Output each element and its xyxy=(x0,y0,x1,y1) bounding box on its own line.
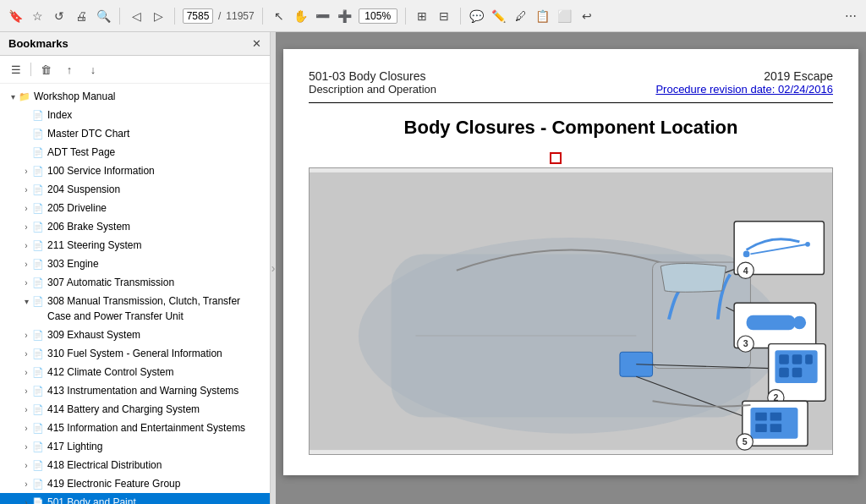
doc-icon-413: 📄 xyxy=(32,383,44,397)
sidebar-move-up-icon[interactable]: ↑ xyxy=(60,60,79,79)
svg-text:4: 4 xyxy=(743,266,748,276)
toggle-419: › xyxy=(20,476,32,489)
zoom-out-icon[interactable]: ➖ xyxy=(315,8,332,25)
toggle-211: › xyxy=(20,238,32,250)
tree-label-308: 308 Manual Transmission, Clutch, Transfe… xyxy=(47,293,265,324)
bookmark-icon[interactable]: 🔖 xyxy=(7,8,24,25)
sidebar-trash-icon[interactable]: 🗑 xyxy=(36,60,55,79)
eraser-icon[interactable]: ⬜ xyxy=(556,8,573,25)
sidebar-move-down-icon[interactable]: ↓ xyxy=(84,60,102,79)
doc-icon-308: 📄 xyxy=(32,293,44,307)
doc-diagram: 4 3 xyxy=(309,167,833,455)
tree-label-309: 309 Exhaust System xyxy=(47,327,265,342)
search-icon[interactable]: 🔍 xyxy=(95,8,112,25)
tree-item-309[interactable]: › 📄 309 Exhaust System xyxy=(0,326,270,344)
zoom-in-icon[interactable]: ➕ xyxy=(337,8,354,25)
doc-icon-master-dtc: 📄 xyxy=(32,126,44,140)
nav-back-icon[interactable]: ◁ xyxy=(128,8,145,25)
tree-item-417[interactable]: › 📄 417 Lighting xyxy=(0,437,270,456)
tree-label-master-dtc: Master DTC Chart xyxy=(47,126,265,141)
more-icon[interactable]: ⋯ xyxy=(842,8,859,25)
sidebar-title: Bookmarks xyxy=(8,37,69,50)
tree-item-303[interactable]: › 📄 303 Engine xyxy=(0,255,270,273)
doc-icon-204: 📄 xyxy=(32,182,44,195)
nav-forward-icon[interactable]: ▷ xyxy=(150,8,167,25)
doc-revision[interactable]: Procedure revision date: 02/24/2016 xyxy=(655,83,833,96)
svg-rect-24 xyxy=(779,368,789,378)
tree-item-204[interactable]: › 📄 204 Suspension xyxy=(0,180,270,199)
sidebar-header: Bookmarks ✕ xyxy=(0,32,270,56)
doc-icon-309: 📄 xyxy=(32,327,44,341)
tree-item-414[interactable]: › 📄 414 Battery and Charging System xyxy=(0,400,270,419)
doc-description: Description and Operation xyxy=(309,83,436,96)
tree-item-master-dtc[interactable]: 📄 Master DTC Chart xyxy=(0,124,270,143)
toggle-303: › xyxy=(20,256,32,269)
print-icon[interactable]: 🖨 xyxy=(73,8,90,25)
toggle-309: › xyxy=(20,327,32,340)
toggle-417: › xyxy=(20,439,32,452)
tree-item-100[interactable]: › 📄 100 Service Information xyxy=(0,162,270,180)
hand-tool[interactable]: ✋ xyxy=(293,8,310,25)
doc-icon-501: 📄 xyxy=(32,495,44,504)
tree-item-308[interactable]: ▾ 📄 308 Manual Transmission, Clutch, Tra… xyxy=(0,292,270,326)
tree-item-workshop-manual[interactable]: ▾ 📁 Workshop Manual xyxy=(0,87,270,106)
fit-width-icon[interactable]: ⊟ xyxy=(436,8,452,25)
fit-page-icon[interactable]: ⊞ xyxy=(414,8,430,25)
tree-item-419[interactable]: › 📄 419 Electronic Feature Group xyxy=(0,474,270,493)
refresh-icon[interactable]: ↺ xyxy=(51,8,68,25)
tree-item-501[interactable]: › 📄 501 Body and Paint xyxy=(0,493,270,504)
sidebar: Bookmarks ✕ ☰ 🗑 ↑ ↓ ▾ 📁 Workshop Manual … xyxy=(0,32,271,504)
tree-item-310[interactable]: › 📄 310 Fuel System - General Informatio… xyxy=(0,344,270,363)
doc-main-title: Body Closures - Component Location xyxy=(309,117,833,139)
tree-item-412[interactable]: › 📄 412 Climate Control System xyxy=(0,363,270,381)
toggle-414: › xyxy=(20,402,32,414)
doc-section-title: 501-03 Body Closures xyxy=(309,69,436,83)
page-current-input[interactable] xyxy=(183,8,213,24)
undo-icon[interactable]: ↩ xyxy=(578,8,595,25)
sep5 xyxy=(460,8,461,25)
tree-item-413[interactable]: › 📄 413 Instrumentation and Warning Syst… xyxy=(0,381,270,400)
toggle-501: › xyxy=(20,495,32,504)
tree-item-205[interactable]: › 📄 205 Driveline xyxy=(0,199,270,217)
doc-icon-307: 📄 xyxy=(32,275,44,288)
pen-icon[interactable]: ✏️ xyxy=(491,8,507,25)
tree-label-workshop-manual: Workshop Manual xyxy=(34,89,265,104)
doc-icon-412: 📄 xyxy=(32,364,44,378)
tree-item-307[interactable]: › 📄 307 Automatic Transmission xyxy=(0,273,270,292)
tree-label-206: 206 Brake System xyxy=(47,219,265,234)
doc-icon-adt: 📄 xyxy=(32,145,44,158)
tree-item-211[interactable]: › 📄 211 Steering System xyxy=(0,236,270,255)
doc-header: 501-03 Body Closures Description and Ope… xyxy=(309,69,833,96)
tree-item-index[interactable]: 📄 Index xyxy=(0,106,270,124)
svg-rect-32 xyxy=(755,424,767,432)
diagram-svg: 4 3 xyxy=(310,168,832,454)
tree-label-501: 501 Body and Paint xyxy=(47,495,265,504)
svg-rect-15 xyxy=(747,315,796,330)
comment-icon[interactable]: 💬 xyxy=(469,8,485,25)
tree-label-415: 415 Information and Entertainment System… xyxy=(47,420,265,436)
doc-icon-211: 📄 xyxy=(32,238,44,251)
tree-item-206[interactable]: › 📄 206 Brake System xyxy=(0,217,270,236)
toolbar: 🔖 ☆ ↺ 🖨 🔍 ◁ ▷ / 11957 ↖ ✋ ➖ ➕ ⊞ ⊟ 💬 ✏️ 🖊… xyxy=(0,0,866,32)
zoom-input[interactable] xyxy=(359,8,397,24)
toggle-206: › xyxy=(20,219,32,232)
book-icon: 📁 xyxy=(19,89,30,102)
highlight-icon[interactable]: 🖊 xyxy=(512,8,529,25)
tree-label-413: 413 Instrumentation and Warning Systems xyxy=(47,383,265,398)
stamp-icon[interactable]: 📋 xyxy=(534,8,551,25)
svg-rect-29 xyxy=(750,408,797,439)
star-icon[interactable]: ☆ xyxy=(29,8,46,25)
main-area: Bookmarks ✕ ☰ 🗑 ↑ ↓ ▾ 📁 Workshop Manual … xyxy=(0,32,866,504)
toggle-master-dtc xyxy=(20,126,32,129)
tree-item-418[interactable]: › 📄 418 Electrical Distribution xyxy=(0,456,270,474)
tree-item-adt[interactable]: 📄 ADT Test Page xyxy=(0,143,270,162)
toggle-310: › xyxy=(20,346,32,359)
doc-icon-417: 📄 xyxy=(32,439,44,452)
sep3 xyxy=(262,8,263,25)
tree-item-415[interactable]: › 📄 415 Information and Entertainment Sy… xyxy=(0,419,270,437)
sidebar-expand-icon[interactable]: ☰ xyxy=(7,60,25,79)
tree-label-419: 419 Electronic Feature Group xyxy=(47,476,265,491)
svg-point-16 xyxy=(793,316,806,329)
sidebar-close-icon[interactable]: ✕ xyxy=(252,37,261,50)
cursor-tool[interactable]: ↖ xyxy=(271,8,288,25)
